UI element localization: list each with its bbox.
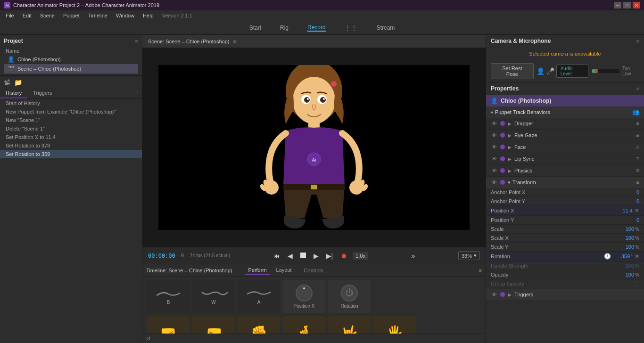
hand-control-3[interactable]: ✊	[238, 316, 280, 334]
history-item[interactable]: Start of History	[0, 99, 142, 107]
prop-row-position-x[interactable]: Position X 11.4 ✕	[486, 206, 644, 216]
step-back-button[interactable]: ◀	[286, 251, 295, 261]
hand-control-4[interactable]: 🤞	[283, 316, 325, 334]
reset-icon[interactable]: ↺	[146, 335, 151, 342]
prop-value-position-y[interactable]: 0	[620, 217, 639, 223]
menu-puppet[interactable]: Puppet	[59, 12, 83, 19]
go-to-start-button[interactable]: ⏮	[272, 251, 282, 261]
prop-value-rotation[interactable]: 359	[611, 253, 630, 259]
dot-icon-transform[interactable]	[500, 180, 505, 185]
history-item[interactable]: Set Rotation to 378	[0, 141, 142, 150]
hand-control-5[interactable]: 🤟	[328, 316, 371, 334]
dot-icon-face[interactable]	[500, 145, 505, 149]
control-brow-b[interactable]: B	[147, 280, 190, 313]
controls-menu-icon[interactable]: ≡	[479, 268, 482, 273]
chevron-right-icon-triggers[interactable]: ▶	[508, 292, 512, 297]
chevron-right-icon-lipsync[interactable]: ▶	[508, 156, 512, 162]
tab-triggers[interactable]: Triggers	[27, 88, 58, 98]
rotation-knob[interactable]: ⏻	[341, 285, 358, 302]
behaviors-add-icon[interactable]: 👥	[632, 109, 639, 115]
project-item-scene[interactable]: 🎬 Scene – Chloe (Photoshop)	[4, 64, 138, 74]
position-x-knob[interactable]	[296, 285, 313, 302]
minimize-button[interactable]: ─	[614, 2, 621, 8]
rotation-reset-icon[interactable]: ✕	[635, 253, 639, 260]
dot-icon-triggers[interactable]	[500, 292, 505, 297]
history-item[interactable]: New "Scene 1"	[0, 116, 142, 124]
prop-row-position-y[interactable]: Position Y 0	[486, 216, 644, 225]
eye-icon-triggers[interactable]: 👁	[491, 292, 497, 297]
rest-pose-button[interactable]: Set Rest Pose	[491, 63, 534, 79]
history-item[interactable]: New Puppet from Example "Chloe (Photosho…	[0, 107, 142, 116]
history-item[interactable]: Set Position X to 11.4	[0, 133, 142, 141]
behavior-row-eyegaze[interactable]: 👁 ▶ Eye Gaze ≡	[486, 130, 644, 141]
prop-row-opacity[interactable]: Opacity 100 %	[486, 270, 644, 279]
behavior-row-dragger[interactable]: 👁 ▶ Dragger ≡	[486, 118, 644, 130]
chevron-right-icon-physics[interactable]: ▶	[508, 168, 512, 173]
transform-chevron-icon[interactable]: ▾	[508, 180, 511, 186]
behavior-menu-eyegaze[interactable]: ≡	[636, 132, 639, 139]
behavior-menu-face[interactable]: ≡	[636, 144, 639, 150]
behavior-menu-physics[interactable]: ≡	[636, 167, 639, 174]
project-menu-icon[interactable]: ≡	[135, 38, 138, 44]
prop-row-scale[interactable]: Scale 100 %	[486, 225, 644, 234]
behaviors-collapse-icon[interactable]: ▾	[491, 110, 493, 115]
chevron-right-icon-dragger[interactable]: ▶	[508, 121, 512, 126]
fast-forward-button[interactable]: »	[410, 251, 417, 261]
hand-control-2[interactable]: 🤛	[192, 316, 235, 334]
chevron-right-icon-face[interactable]: ▶	[508, 145, 512, 150]
menu-timeline[interactable]: Timeline	[84, 12, 111, 19]
prop-value-scale-y[interactable]: 100	[615, 244, 634, 250]
prop-row-scale-x[interactable]: Scale X 100 %	[486, 234, 644, 243]
prop-value-anchor-y[interactable]: 0	[620, 198, 639, 204]
control-rotation[interactable]: ⏻ Rotation	[328, 280, 371, 313]
prop-row-anchor-x[interactable]: Anchor Point X 0	[486, 188, 644, 197]
eye-icon-dragger[interactable]: 👁	[491, 121, 497, 126]
behavior-row-physics[interactable]: 👁 ▶ Physics ≡	[486, 165, 644, 177]
control-brow-w[interactable]: W	[192, 280, 235, 313]
menu-window[interactable]: Window	[112, 12, 138, 19]
chevron-right-icon-eyegaze[interactable]: ▶	[508, 133, 512, 138]
dot-icon-eyegaze[interactable]	[500, 133, 505, 138]
camera-menu-icon[interactable]: ≡	[636, 38, 639, 44]
eye-icon-face[interactable]: 👁	[491, 144, 497, 150]
toolbar-stream[interactable]: Stream	[377, 24, 395, 31]
film-icon[interactable]: 📽	[4, 79, 10, 86]
prop-row-rotation[interactable]: Rotation 🕐 359 ° ✕	[486, 252, 644, 261]
tab-perform[interactable]: Perform	[245, 266, 269, 275]
prop-row-anchor-y[interactable]: Anchor Point Y 0	[486, 197, 644, 206]
eye-icon-lipsync[interactable]: 👁	[491, 156, 497, 162]
dot-icon-lipsync[interactable]	[500, 156, 505, 161]
scene-menu-icon[interactable]: ≡	[233, 39, 236, 44]
behavior-row-lipsync[interactable]: 👁 ▶ Lip Sync ≡	[486, 153, 644, 165]
group-opacity-checkbox[interactable]	[634, 281, 639, 286]
prop-value-opacity[interactable]: 100	[615, 272, 634, 278]
dot-icon-physics[interactable]	[500, 168, 505, 173]
properties-menu-icon[interactable]: ≡	[636, 86, 639, 91]
hand-control-6[interactable]: 🖐	[373, 316, 416, 334]
behavior-row-face[interactable]: 👁 ▶ Face ≡	[486, 141, 644, 153]
prop-row-scale-y[interactable]: Scale Y 100 %	[486, 243, 644, 252]
zoom-indicator[interactable]: 33% ▾	[458, 251, 480, 260]
history-menu-icon[interactable]: ≡	[132, 88, 142, 98]
transform-menu-icon[interactable]: ≡	[636, 179, 639, 186]
history-item-selected[interactable]: Set Rotation to 359	[0, 150, 142, 158]
project-item-puppet[interactable]: 👤 Chloe (Photoshop)	[4, 55, 138, 64]
tab-layout[interactable]: Layout	[273, 266, 295, 275]
toolbar-rig[interactable]: Rig	[280, 24, 289, 31]
history-item[interactable]: Delete "Scene 1"	[0, 124, 142, 133]
menu-edit[interactable]: Edit	[19, 12, 35, 19]
play-button[interactable]: ▶	[312, 251, 321, 261]
prop-value-scale-x[interactable]: 100	[615, 235, 634, 241]
position-x-reset-icon[interactable]: ✕	[635, 207, 639, 214]
eye-icon-eyegaze[interactable]: 👁	[491, 132, 497, 138]
folder-icon[interactable]: 📁	[14, 79, 22, 86]
toolbar-dots[interactable]: ⋮⋮	[345, 24, 358, 31]
control-brow-a[interactable]: A	[238, 280, 280, 313]
step-forward-button[interactable]: ▶|	[324, 251, 335, 261]
stop-button[interactable]	[298, 252, 308, 260]
maximize-button[interactable]: □	[623, 2, 631, 8]
dot-icon-dragger[interactable]	[500, 121, 505, 126]
toolbar-start[interactable]: Start	[249, 24, 261, 31]
prop-value-anchor-x[interactable]: 0	[620, 189, 639, 195]
menu-file[interactable]: File	[2, 12, 18, 19]
